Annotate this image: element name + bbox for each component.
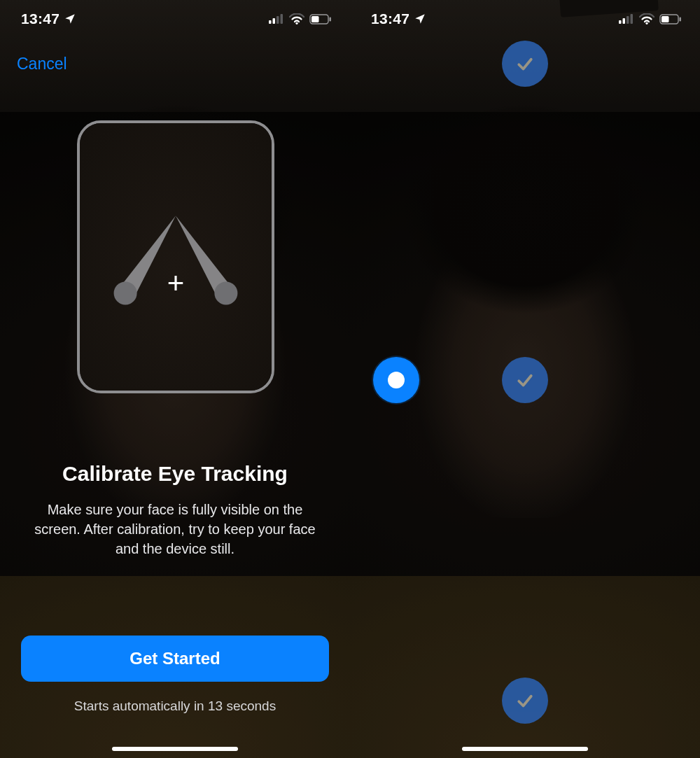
cellular-signal-icon — [619, 14, 634, 24]
status-bar: 13:47 — [350, 0, 700, 38]
face-guide-bg — [80, 123, 272, 391]
svg-rect-3 — [281, 14, 284, 24]
calibration-point-left[interactable] — [373, 357, 419, 403]
check-icon — [514, 370, 536, 391]
svg-rect-1 — [273, 18, 276, 24]
calibration-point-center[interactable] — [502, 357, 548, 403]
status-time: 13:47 — [21, 10, 59, 27]
svg-rect-15 — [631, 14, 634, 24]
auto-start-seconds: 13 — [208, 699, 223, 713]
screen-calibration-intro: 13:47 — [0, 0, 350, 758]
cancel-button[interactable]: Cancel — [17, 55, 67, 73]
svg-rect-19 — [680, 17, 681, 21]
intro-text-block: Calibrate Eye Tracking Make sure your fa… — [25, 462, 325, 559]
home-indicator[interactable] — [462, 747, 588, 751]
wifi-icon — [289, 13, 304, 24]
svg-rect-13 — [623, 18, 626, 24]
location-icon — [414, 13, 426, 25]
calibration-point-top[interactable] — [502, 41, 548, 87]
status-time: 13:47 — [371, 10, 410, 27]
svg-rect-14 — [626, 16, 629, 24]
check-icon — [514, 53, 536, 74]
auto-start-prefix: Starts automatically in — [74, 699, 208, 713]
svg-point-16 — [645, 22, 648, 24]
calibration-point-bottom[interactable] — [502, 678, 548, 724]
get-started-button[interactable]: Get Started — [21, 636, 329, 682]
status-bar: 13:47 — [0, 0, 350, 38]
battery-icon — [309, 14, 332, 24]
svg-rect-2 — [276, 16, 279, 24]
page-description: Make sure your face is fully visible on … — [25, 500, 325, 559]
svg-rect-0 — [269, 20, 272, 24]
wifi-icon — [639, 13, 654, 24]
cellular-signal-icon — [269, 14, 284, 24]
auto-start-suffix: seconds — [223, 699, 276, 713]
screen-calibration-in-progress: 13:47 — [350, 0, 700, 758]
focus-dot-icon — [388, 372, 405, 388]
face-guide-frame: + — [77, 120, 274, 393]
center-cross-icon: + — [167, 269, 185, 298]
battery-icon — [659, 14, 682, 24]
status-icons — [619, 13, 682, 24]
check-icon — [514, 690, 536, 711]
svg-rect-7 — [330, 17, 331, 21]
page-title: Calibrate Eye Tracking — [25, 462, 325, 486]
auto-start-countdown: Starts automatically in 13 seconds — [0, 699, 350, 714]
svg-point-4 — [295, 22, 298, 24]
status-icons — [269, 13, 332, 24]
svg-rect-12 — [619, 20, 622, 24]
home-indicator[interactable] — [112, 747, 238, 751]
svg-rect-18 — [662, 16, 669, 22]
location-icon — [64, 13, 76, 25]
svg-rect-6 — [312, 16, 319, 22]
